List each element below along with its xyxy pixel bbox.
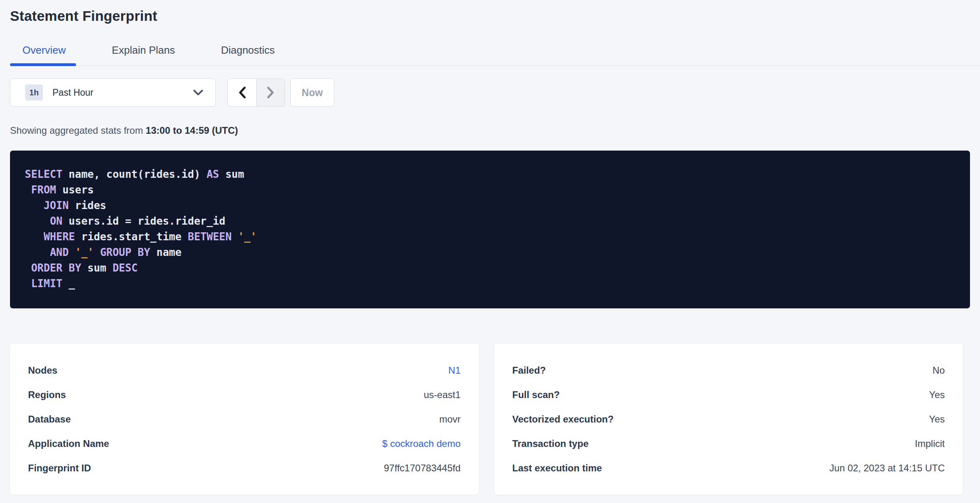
info-value: Yes bbox=[929, 414, 945, 425]
info-row: Vectorized execution?Yes bbox=[512, 407, 945, 431]
info-value-link[interactable]: N1 bbox=[448, 365, 461, 376]
sql-line: AND '_' GROUP BY name bbox=[25, 245, 955, 260]
prev-time-button[interactable] bbox=[228, 79, 256, 106]
now-button[interactable]: Now bbox=[290, 78, 334, 107]
info-label: Full scan? bbox=[512, 389, 560, 400]
info-row: Transaction typeImplicit bbox=[512, 431, 945, 456]
time-controls: 1h Past Hour Now bbox=[10, 78, 970, 107]
time-range-label: Past Hour bbox=[52, 87, 193, 98]
info-value: Jun 02, 2023 at 14:15 UTC bbox=[829, 463, 945, 474]
info-row: Fingerprint ID97ffc170783445fd bbox=[28, 456, 461, 480]
info-row: NodesN1 bbox=[28, 358, 461, 382]
sql-line: JOIN rides bbox=[25, 198, 955, 213]
sql-statement-box: SELECT name, count(rides.id) AS sum FROM… bbox=[10, 151, 970, 308]
info-label: Regions bbox=[28, 389, 66, 400]
info-row: Last execution timeJun 02, 2023 at 14:15… bbox=[512, 456, 945, 480]
info-label: Last execution time bbox=[512, 463, 602, 474]
info-label: Database bbox=[28, 414, 71, 425]
info-label: Application Name bbox=[28, 438, 109, 449]
sql-line: ON users.id = rides.rider_id bbox=[25, 213, 955, 229]
info-value: movr bbox=[439, 414, 460, 425]
chevron-right-icon bbox=[267, 87, 274, 99]
info-row: Application Name$ cockroach demo bbox=[28, 431, 461, 456]
page-title: Statement Fingerprint bbox=[10, 6, 980, 26]
next-time-button[interactable] bbox=[256, 79, 285, 106]
info-value: us-east1 bbox=[424, 389, 460, 400]
info-label: Fingerprint ID bbox=[28, 463, 91, 474]
chevron-left-icon bbox=[239, 87, 246, 99]
tab-bar: OverviewExplain PlansDiagnostics bbox=[10, 44, 980, 66]
info-value: 97ffc170783445fd bbox=[384, 463, 461, 474]
info-row: Regionsus-east1 bbox=[28, 382, 461, 407]
info-value: Yes bbox=[929, 389, 945, 400]
sql-line: FROM users bbox=[25, 182, 955, 198]
statement-details-card: NodesN1Regionsus-east1DatabasemovrApplic… bbox=[10, 344, 479, 495]
info-row: Databasemovr bbox=[28, 407, 461, 431]
stats-caption-prefix: Showing aggregated stats from bbox=[10, 125, 146, 136]
tab-overview[interactable]: Overview bbox=[22, 44, 66, 65]
sql-line: LIMIT _ bbox=[25, 276, 955, 292]
tab-diagnostics[interactable]: Diagnostics bbox=[221, 44, 275, 65]
info-value: Implicit bbox=[915, 438, 945, 449]
summary-cards: NodesN1Regionsus-east1DatabasemovrApplic… bbox=[10, 344, 963, 495]
info-label: Transaction type bbox=[512, 438, 589, 449]
info-value-link[interactable]: $ cockroach demo bbox=[382, 438, 460, 449]
time-pager bbox=[227, 78, 285, 107]
stats-caption-range: 13:00 to 14:59 (UTC) bbox=[146, 125, 238, 136]
sql-line: SELECT name, count(rides.id) AS sum bbox=[25, 167, 955, 182]
sql-line: WHERE rides.start_time BETWEEN '_' bbox=[25, 229, 955, 245]
info-label: Nodes bbox=[28, 365, 57, 376]
sql-line: ORDER BY sum DESC bbox=[25, 260, 955, 276]
statement-fingerprint-page: Statement Fingerprint OverviewExplain Pl… bbox=[0, 0, 980, 495]
chevron-down-icon bbox=[193, 89, 203, 96]
info-label: Failed? bbox=[512, 365, 546, 376]
info-row: Failed?No bbox=[512, 358, 945, 382]
info-label: Vectorized execution? bbox=[512, 414, 614, 425]
tab-explain-plans[interactable]: Explain Plans bbox=[112, 44, 175, 65]
aggregated-stats-caption: Showing aggregated stats from 13:00 to 1… bbox=[10, 125, 970, 136]
info-row: Full scan?Yes bbox=[512, 382, 945, 407]
time-range-dropdown[interactable]: 1h Past Hour bbox=[10, 78, 216, 107]
time-range-badge: 1h bbox=[25, 85, 43, 101]
execution-attributes-card: Failed?NoFull scan?YesVectorized executi… bbox=[494, 344, 963, 495]
info-value: No bbox=[932, 365, 945, 376]
